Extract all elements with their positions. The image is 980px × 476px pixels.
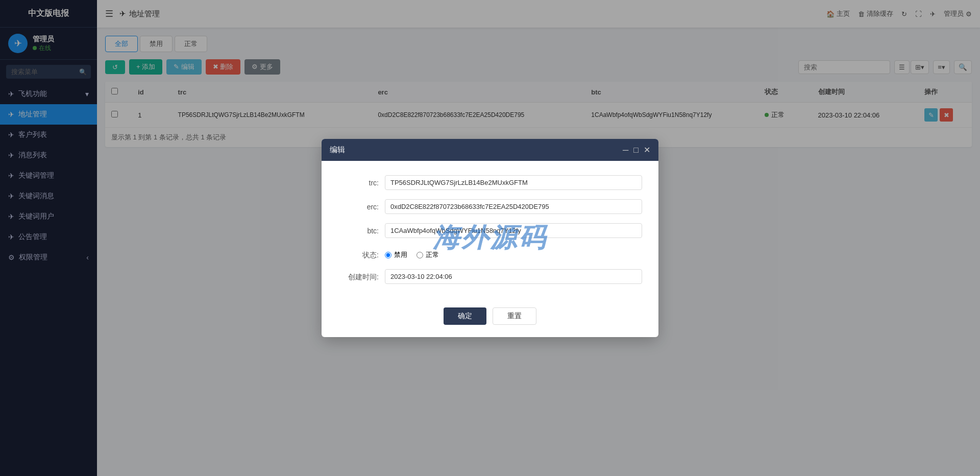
form-row-status: 状态: 禁用 正常	[338, 247, 642, 260]
erc-input[interactable]	[385, 199, 642, 214]
modal-footer: 确定 重置	[322, 301, 658, 337]
modal-overlay: 编辑 ─ □ ✕ trc: erc:	[97, 28, 980, 476]
modal-close-button[interactable]: ✕	[644, 145, 650, 155]
modal-header: 编辑 ─ □ ✕	[322, 139, 658, 161]
status-label: 状态:	[338, 247, 379, 260]
time-input[interactable]	[385, 269, 642, 284]
status-banned-label: 禁用	[394, 250, 407, 259]
status-radio-normal[interactable]: 正常	[416, 250, 439, 259]
status-radio-group: 禁用 正常	[385, 247, 439, 259]
status-banned-radio[interactable]	[385, 252, 391, 258]
reset-button[interactable]: 重置	[493, 307, 536, 325]
status-normal-label: 正常	[426, 250, 439, 259]
form-row-time: 创建时间:	[338, 269, 642, 284]
erc-label: erc:	[338, 199, 379, 211]
main-content: 全部 禁用 正常 ↺ + 添加 ✎ 编辑 ✖ 删除 ⚙ 更多 ☰ ⊞▾ ≡▾ 🔍	[97, 28, 980, 476]
confirm-button[interactable]: 确定	[444, 307, 486, 325]
modal-minimize-button[interactable]: ─	[623, 146, 628, 155]
trc-input[interactable]	[385, 175, 642, 190]
btc-input[interactable]	[385, 223, 642, 238]
form-row-trc: trc:	[338, 175, 642, 190]
form-row-btc: btc:	[338, 223, 642, 238]
btc-label: btc:	[338, 223, 379, 235]
status-normal-radio[interactable]	[416, 252, 423, 258]
status-radio-banned[interactable]: 禁用	[385, 250, 407, 259]
trc-label: trc:	[338, 175, 379, 187]
time-label: 创建时间:	[338, 269, 379, 282]
modal-maximize-button[interactable]: □	[633, 146, 639, 155]
form-row-erc: erc:	[338, 199, 642, 214]
modal-title: 编辑	[330, 145, 345, 155]
main-area: ☰ ✈ 地址管理 🏠 主页 🗑 清除缓存 ↻ ⛶ ✈	[97, 0, 980, 476]
modal-body: trc: erc: btc: 状态:	[322, 161, 658, 301]
edit-modal: 编辑 ─ □ ✕ trc: erc:	[322, 139, 658, 337]
